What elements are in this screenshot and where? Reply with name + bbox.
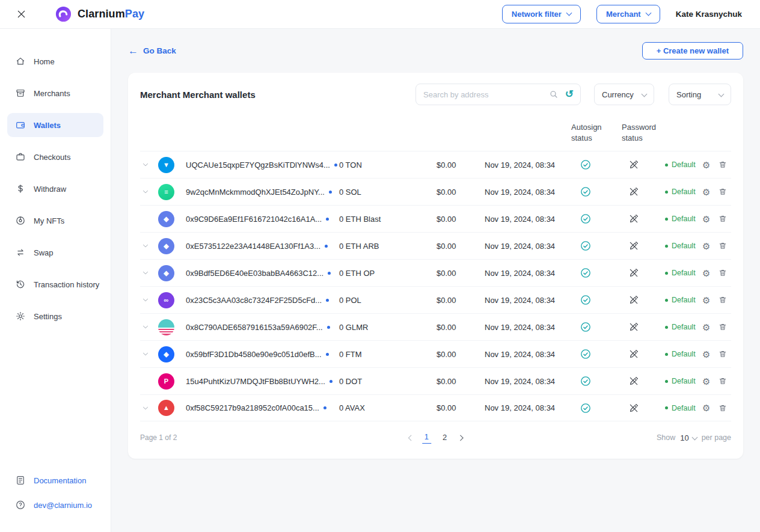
sorting-dropdown[interactable]: Sorting: [669, 84, 731, 105]
previous-page-icon[interactable]: [408, 435, 414, 441]
wallet-address-cell[interactable]: 0x9C9D6Ea9Ef1F616721042c16A1A...: [186, 215, 339, 224]
wallets-card: Merchant Merchant wallets ↺ Currency Sor…: [128, 73, 743, 459]
delete-wallet-trash-icon[interactable]: [718, 268, 728, 278]
sidebar-item-label: My NFTs: [34, 216, 64, 225]
password-crossed-pencil-icon[interactable]: [628, 403, 639, 414]
row-expand-icon[interactable]: [141, 269, 150, 277]
delete-wallet-trash-icon[interactable]: [718, 241, 728, 251]
autosign-check-icon: [580, 402, 592, 414]
password-crossed-pencil-icon[interactable]: [628, 295, 639, 305]
delete-wallet-trash-icon[interactable]: [718, 376, 728, 386]
wallet-settings-gear-icon[interactable]: ⚙: [702, 403, 710, 412]
wallet-created-date: Nov 19, 2024, 08:34: [485, 350, 560, 359]
wallet-address-cell[interactable]: 0x9Bdf5ED6E40eE03babBA4663C12...: [186, 269, 339, 278]
go-back-label: Go Back: [143, 46, 176, 55]
password-crossed-pencil-icon[interactable]: [628, 186, 639, 197]
per-page-select[interactable]: 10: [680, 433, 696, 442]
wallet-address-cell[interactable]: 0xE5735122e23A41448EA130Ff1A3...: [186, 242, 339, 251]
sidebar-item-withdraw[interactable]: Withdraw: [7, 177, 103, 201]
brand-logo: ClarniumPay: [55, 5, 144, 23]
go-back-link[interactable]: ← Go Back: [128, 46, 176, 56]
delete-wallet-trash-icon[interactable]: [718, 322, 728, 332]
wallet-usd-value: $0.00: [437, 269, 485, 278]
delete-wallet-trash-icon[interactable]: [718, 214, 728, 224]
wallet-address-cell[interactable]: 0x8C790ADE6587916153a59A6902F...: [186, 323, 339, 332]
wallet-settings-gear-icon[interactable]: ⚙: [702, 323, 710, 332]
wallet-address-cell[interactable]: 15u4PuhtKizU7MDQJtFBb8BtUYWH2...: [186, 377, 339, 386]
status-badge-label: Default: [672, 161, 696, 169]
wallet-balance: 0 POL: [339, 296, 437, 305]
merchants-icon: [15, 88, 26, 99]
password-crossed-pencil-icon[interactable]: [628, 213, 639, 224]
wallet-balance: 0 AVAX: [339, 403, 437, 412]
row-expand-icon[interactable]: [141, 188, 150, 196]
wallet-address-cell[interactable]: 0xf58C59217b9a218952c0fA00ca15...: [186, 403, 339, 412]
row-expand-icon[interactable]: [141, 161, 150, 169]
delete-wallet-trash-icon[interactable]: [718, 349, 728, 359]
wallet-address-cell[interactable]: 9w2qcMnMckmmodQhXJEt54ZoJpNY...: [186, 188, 339, 197]
create-new-wallet-button[interactable]: + Create new wallet: [642, 42, 743, 60]
row-expand-icon[interactable]: [141, 350, 150, 358]
password-crossed-pencil-icon[interactable]: [628, 268, 639, 278]
delete-wallet-trash-icon[interactable]: [718, 295, 728, 305]
wallet-created-date: Nov 19, 2024, 08:34: [485, 377, 560, 386]
wallet-address-cell[interactable]: 0x23C5c3AA03c8c7324F2F25D5cFd...: [186, 296, 339, 305]
wallet-created-date: Nov 19, 2024, 08:34: [485, 296, 560, 305]
row-expand-icon[interactable]: [141, 242, 150, 250]
wallet-settings-gear-icon[interactable]: ⚙: [702, 161, 710, 170]
wallet-address-cell[interactable]: 0x59bfF3D1Db4580e90e9c051d0efB...: [186, 350, 339, 359]
sidebar-item-wallets[interactable]: Wallets: [7, 113, 103, 137]
sidebar-item-checkouts[interactable]: Checkouts: [7, 145, 103, 169]
status-badge: Default: [657, 269, 702, 277]
delete-wallet-trash-icon[interactable]: [718, 160, 728, 170]
wallet-settings-gear-icon[interactable]: ⚙: [702, 350, 710, 359]
wallet-balance: 0 ETH Blast: [339, 215, 437, 224]
close-icon[interactable]: [16, 8, 27, 20]
sidebar-item-transaction-history[interactable]: Transaction history: [7, 272, 103, 296]
sidebar-item-support-email[interactable]: dev@clarnium.io: [7, 493, 103, 517]
sidebar-item-my-nfts[interactable]: My NFTs: [7, 209, 103, 233]
reset-search-icon[interactable]: ↺: [565, 88, 574, 101]
sidebar-item-label: Documentation: [34, 476, 86, 485]
password-crossed-pencil-icon[interactable]: [628, 349, 639, 359]
page-number-2[interactable]: 2: [440, 432, 449, 444]
row-expand-icon[interactable]: [141, 323, 150, 331]
sidebar-item-merchants[interactable]: Merchants: [7, 81, 103, 105]
dollar-icon: [15, 183, 26, 194]
sidebar-item-settings[interactable]: Settings: [7, 304, 103, 328]
wallet-settings-gear-icon[interactable]: ⚙: [702, 296, 710, 305]
row-expand-icon[interactable]: [141, 296, 150, 304]
wallet-settings-gear-icon[interactable]: ⚙: [702, 242, 710, 251]
row-expand-icon[interactable]: [141, 404, 150, 412]
currency-dropdown[interactable]: Currency: [594, 84, 654, 105]
delete-wallet-trash-icon[interactable]: [718, 187, 728, 197]
page-number-1[interactable]: 1: [422, 432, 431, 444]
wallet-settings-gear-icon[interactable]: ⚙: [702, 215, 710, 224]
password-crossed-pencil-icon[interactable]: [628, 240, 639, 251]
table-row: ▲ 0xf58C59217b9a218952c0fA00ca15... 0 AV…: [140, 394, 731, 421]
network-filter-button[interactable]: Network filter: [502, 5, 581, 23]
password-crossed-pencil-icon[interactable]: [628, 159, 639, 170]
wallet-settings-gear-icon[interactable]: ⚙: [702, 269, 710, 278]
sidebar-item-documentation[interactable]: Documentation: [7, 468, 103, 492]
wallet-address-cell[interactable]: UQCAUe15qxpE7YQgzBsKiTDlYNWs4...: [186, 161, 339, 170]
wallet-settings-gear-icon[interactable]: ⚙: [702, 377, 710, 386]
password-crossed-pencil-icon[interactable]: [628, 376, 639, 387]
user-name[interactable]: Kate Krasnychuk: [676, 10, 742, 19]
merchant-label: Merchant: [606, 10, 641, 19]
autosign-check-icon: [580, 375, 592, 387]
wallet-settings-gear-icon[interactable]: ⚙: [702, 188, 710, 197]
coin-glyph: ≡: [164, 189, 168, 195]
status-badge-label: Default: [672, 188, 696, 196]
delete-wallet-trash-icon[interactable]: [718, 403, 728, 413]
swap-arrows-icon: [15, 247, 26, 258]
merchant-button[interactable]: Merchant: [596, 5, 660, 23]
sidebar-item-swap[interactable]: Swap: [7, 240, 103, 264]
sidebar-item-home[interactable]: Home: [7, 49, 103, 73]
password-crossed-pencil-icon[interactable]: [628, 322, 639, 332]
avax-coin-icon: ▲: [158, 400, 174, 416]
search-icon[interactable]: [549, 90, 559, 99]
per-page-value: 10: [680, 433, 688, 442]
next-page-icon[interactable]: [458, 435, 464, 441]
status-dot-icon: [665, 164, 668, 167]
